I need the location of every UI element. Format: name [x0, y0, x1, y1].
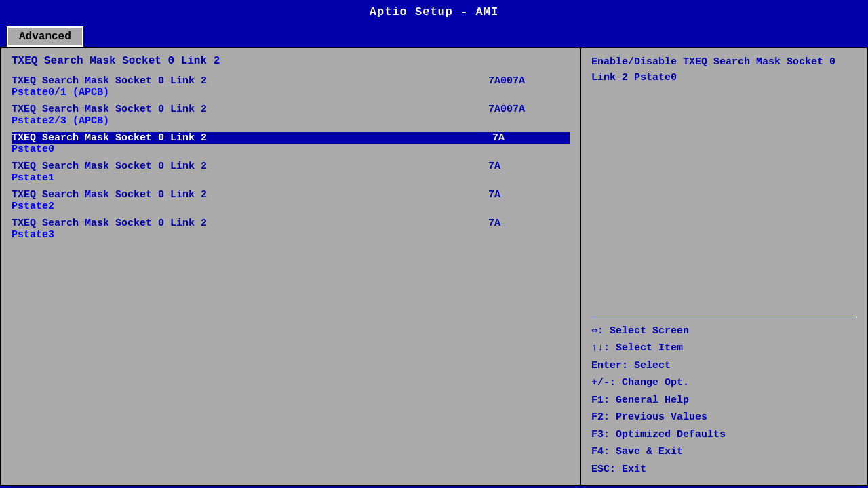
item-sublabel: Pstate0/1 (APCB) — [12, 87, 570, 98]
key-help-select-item: ↑↓: Select Item — [591, 340, 856, 357]
key-help-enter: Enter: Select — [591, 357, 856, 375]
item-value: 7A — [488, 189, 570, 201]
section-title: TXEQ Search Mask Socket 0 Link 2 — [12, 55, 570, 67]
key-help-select-screen: ⇔: Select Screen — [591, 323, 856, 340]
title-bar: Aptio Setup - AMI — [0, 0, 868, 24]
list-item[interactable]: TXEQ Search Mask Socket 0 Link 2 7A Psta… — [12, 218, 570, 241]
tab-advanced[interactable]: Advanced — [7, 26, 83, 47]
item-sublabel: Pstate2/3 (APCB) — [12, 115, 570, 127]
list-item[interactable]: TXEQ Search Mask Socket 0 Link 2 7A007A … — [12, 75, 570, 98]
item-label: TXEQ Search Mask Socket 0 Link 2 — [12, 161, 488, 172]
item-label: TXEQ Search Mask Socket 0 Link 2 — [12, 75, 488, 87]
divider — [591, 317, 856, 317]
key-help: ⇔: Select Screen ↑↓: Select Item Enter: … — [591, 323, 856, 479]
help-text: Enable/Disable TXEQ Search Mask Socket 0… — [591, 55, 856, 311]
list-item[interactable]: TXEQ Search Mask Socket 0 Link 2 7A007A … — [12, 104, 570, 127]
main-content: TXEQ Search Mask Socket 0 Link 2 TXEQ Se… — [0, 47, 868, 486]
app-title: Aptio Setup - AMI — [370, 5, 498, 18]
tab-bar: Advanced — [0, 24, 868, 47]
item-value: 7A007A — [488, 75, 570, 87]
item-value: 7A — [488, 218, 570, 229]
list-item[interactable]: TXEQ Search Mask Socket 0 Link 2 7A Psta… — [12, 189, 570, 212]
key-help-esc: ESC: Exit — [591, 461, 856, 479]
key-help-f4: F4: Save & Exit — [591, 443, 856, 461]
item-label: TXEQ Search Mask Socket 0 Link 2 — [12, 189, 488, 201]
item-value: 7A — [488, 161, 570, 172]
item-label: TXEQ Search Mask Socket 0 Link 2 — [12, 132, 488, 144]
key-help-f3: F3: Optimized Defaults — [591, 426, 856, 444]
left-panel: TXEQ Search Mask Socket 0 Link 2 TXEQ Se… — [1, 48, 581, 485]
item-value: 7A007A — [488, 104, 570, 115]
item-sublabel: Pstate1 — [12, 172, 570, 184]
key-help-change: +/-: Change Opt. — [591, 374, 856, 392]
item-sublabel: Pstate2 — [12, 201, 570, 212]
list-item[interactable]: TXEQ Search Mask Socket 0 Link 2 7A Psta… — [12, 161, 570, 184]
right-panel: Enable/Disable TXEQ Search Mask Socket 0… — [581, 48, 867, 485]
list-item-selected[interactable]: TXEQ Search Mask Socket 0 Link 2 7A Psta… — [12, 132, 570, 155]
item-sublabel: Pstate3 — [12, 229, 570, 241]
item-value-selected: 7A — [488, 132, 570, 144]
item-label: TXEQ Search Mask Socket 0 Link 2 — [12, 104, 488, 115]
item-label: TXEQ Search Mask Socket 0 Link 2 — [12, 218, 488, 229]
key-help-f1: F1: General Help — [591, 392, 856, 409]
key-help-f2: F2: Previous Values — [591, 409, 856, 426]
item-sublabel: Pstate0 — [12, 144, 570, 155]
